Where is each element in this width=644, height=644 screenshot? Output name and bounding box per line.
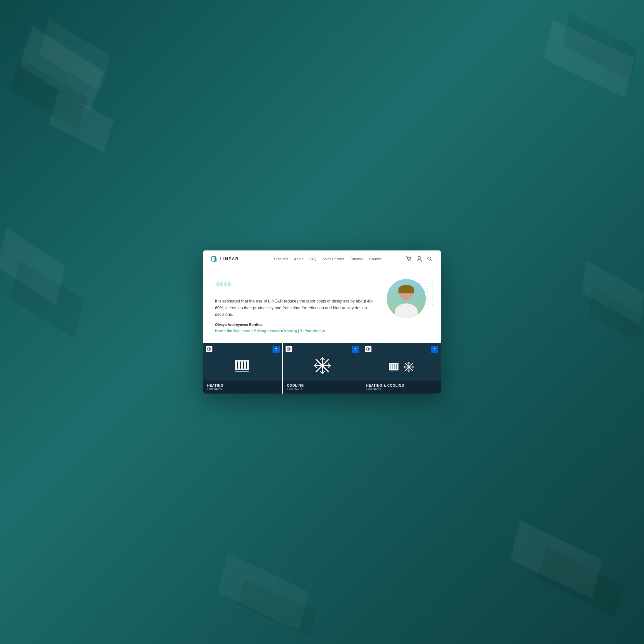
testimonial-text: It is estimated that the use of LINEAR r… — [215, 298, 377, 318]
svg-rect-122 — [389, 369, 399, 370]
testimonial-content: ❝❝ It is estimated that the use of LINEA… — [215, 279, 377, 333]
card-badges-cooling: R IT — [283, 346, 361, 353]
avatar — [387, 279, 426, 318]
logo-icon — [211, 255, 218, 262]
browser-window: LINEAR Products About FAQ Sales Partner … — [203, 250, 441, 394]
testimonial-author-role[interactable]: Head of the Department of Building Infor… — [215, 329, 325, 333]
badge-linear-cooling — [286, 346, 292, 352]
avatar-person — [387, 279, 426, 318]
card-subtitle-cooling: FOR REVIT — [287, 387, 357, 390]
nav-links: Products About FAQ Sales Partner Tutoria… — [274, 257, 382, 261]
product-card-cooling[interactable]: R IT — [282, 343, 361, 394]
person-body — [395, 303, 418, 318]
svg-marker-0 — [20, 26, 104, 111]
testimonial-image-area — [387, 279, 429, 321]
svg-rect-119 — [395, 363, 396, 370]
svg-rect-50 — [235, 360, 249, 362]
svg-rect-51 — [235, 369, 249, 370]
badge-revit-hc: R IT — [431, 346, 438, 353]
badge-revit-cooling: R IT — [352, 346, 359, 353]
svg-rect-45 — [235, 360, 237, 370]
svg-point-18 — [418, 256, 421, 259]
svg-marker-4 — [543, 20, 634, 98]
user-icon[interactable] — [416, 256, 423, 262]
svg-rect-118 — [393, 363, 395, 370]
svg-rect-52 — [235, 371, 249, 372]
card-badges-heating: R IT — [203, 346, 282, 353]
nav-link-about[interactable]: About — [294, 257, 303, 261]
nav-icons — [406, 256, 433, 262]
logo-area: LINEAR — [211, 255, 250, 262]
svg-rect-47 — [241, 360, 243, 370]
svg-rect-123 — [389, 371, 399, 371]
cart-icon[interactable] — [406, 256, 412, 262]
nav-link-products[interactable]: Products — [274, 257, 288, 261]
card-subtitle-hc: FOR REVIT — [366, 387, 437, 390]
svg-rect-117 — [391, 363, 393, 370]
product-card-heating-cooling[interactable]: R IT — [362, 343, 441, 394]
person-hair — [398, 285, 414, 293]
card-title-heating: HEATING — [207, 384, 278, 387]
card-badges-hc: R IT — [362, 346, 441, 353]
svg-marker-115 — [368, 347, 370, 351]
svg-marker-15 — [214, 256, 217, 262]
svg-rect-49 — [247, 360, 249, 370]
svg-rect-46 — [238, 360, 240, 370]
svg-marker-7 — [10, 260, 85, 338]
card-content-hc: HEATING & COOLING FOR REVIT — [362, 381, 441, 394]
svg-marker-3 — [49, 91, 114, 153]
logo-text: LINEAR — [220, 256, 239, 261]
svg-marker-9 — [237, 579, 315, 637]
card-subtitle-heating: FOR REVIT — [207, 387, 278, 390]
heating-cooling-icon — [388, 361, 414, 373]
nav-link-tutorials[interactable]: Tutorials — [350, 257, 364, 261]
products-section: R IT HEATING FOR REV — [203, 343, 441, 394]
svg-rect-120 — [397, 363, 398, 370]
badge-linear-heating — [206, 346, 212, 352]
svg-rect-116 — [389, 363, 391, 370]
cooling-icon — [313, 356, 331, 376]
svg-point-17 — [410, 260, 410, 261]
svg-marker-11 — [537, 546, 624, 618]
svg-rect-48 — [244, 360, 246, 370]
svg-point-136 — [408, 366, 410, 368]
svg-marker-6 — [0, 228, 65, 306]
card-title-cooling: COOLING — [287, 384, 357, 387]
svg-marker-10 — [511, 520, 602, 598]
svg-point-90 — [321, 364, 324, 367]
svg-marker-1 — [39, 20, 111, 91]
svg-marker-8 — [218, 553, 309, 631]
testimonial-author-name: Olesya Andreyevna Bardina — [215, 323, 377, 327]
svg-rect-121 — [389, 363, 399, 364]
search-icon[interactable] — [426, 256, 433, 262]
svg-marker-12 — [582, 260, 644, 325]
quote-marks: ❝❝ — [215, 279, 377, 296]
testimonial-section: ❝❝ It is estimated that the use of LINEA… — [203, 267, 441, 343]
nav-link-contact[interactable]: Contact — [369, 257, 382, 261]
badge-revit-heating: R IT — [273, 346, 280, 353]
card-content-heating: HEATING FOR REVIT — [203, 381, 282, 394]
nav-link-faq[interactable]: FAQ — [309, 257, 316, 261]
svg-marker-2 — [10, 59, 88, 130]
card-content-cooling: COOLING FOR REVIT — [283, 381, 361, 394]
svg-point-16 — [408, 260, 409, 261]
heating-icon — [234, 358, 252, 375]
svg-marker-77 — [288, 347, 290, 351]
svg-marker-44 — [209, 347, 211, 351]
card-title-hc: HEATING & COOLING — [366, 384, 437, 387]
product-card-heating[interactable]: R IT HEATING FOR REV — [203, 343, 282, 394]
svg-marker-5 — [563, 13, 637, 81]
navbar: LINEAR Products About FAQ Sales Partner … — [203, 250, 441, 267]
nav-link-sales-partner[interactable]: Sales Partner — [322, 257, 344, 261]
svg-marker-13 — [589, 286, 644, 345]
badge-linear-hc — [365, 346, 371, 352]
